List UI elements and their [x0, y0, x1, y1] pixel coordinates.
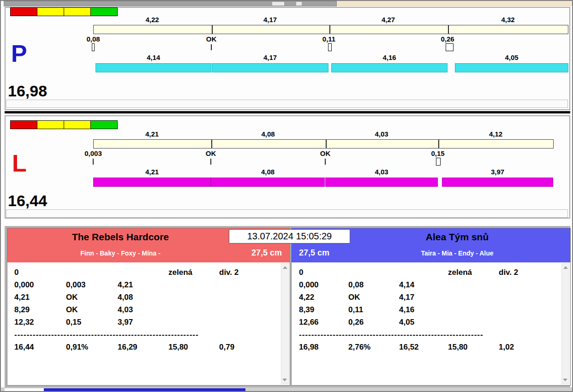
scroll-up-icon[interactable]	[563, 266, 568, 269]
scrollbar-left[interactable]	[281, 263, 289, 384]
scroll-down-icon[interactable]	[563, 379, 567, 381]
cell: 0,000	[299, 280, 348, 293]
background-window-titlebar	[4, 1, 337, 6]
l-crossing-mark	[436, 158, 441, 166]
cell-empty	[448, 280, 499, 293]
cell: zelená	[168, 268, 219, 280]
p-status-strip	[6, 100, 568, 108]
cell: OK	[66, 305, 118, 318]
l-dog-split-label: 4,03	[325, 168, 438, 176]
start-light-yellow1-icon	[37, 120, 64, 129]
p-dog-bar-segment	[212, 63, 328, 72]
p-dog-bar-segment	[331, 63, 448, 72]
p-judge-split-label: 4,32	[448, 16, 568, 24]
cell-empty	[348, 268, 399, 280]
lane-letter-l: L	[12, 152, 27, 175]
p-crossing-label: 0,08	[71, 35, 115, 43]
team-name-left: The Rebels Hardcore	[7, 232, 233, 243]
l-judge-split-label: 4,21	[93, 130, 211, 138]
cell-empty	[499, 305, 554, 318]
cell-empty	[499, 318, 554, 330]
cell-empty	[66, 268, 118, 280]
cell: 0,15	[66, 318, 118, 330]
p-crossing-mark	[211, 44, 212, 50]
cell-empty	[168, 305, 219, 318]
cell: 0,08	[348, 280, 399, 293]
start-light-red-icon	[10, 7, 37, 16]
cell: 8,39	[299, 305, 348, 318]
p-judge-split-label: 4,17	[211, 16, 329, 24]
bar-tick	[211, 140, 212, 148]
cell: 4,22	[299, 293, 348, 305]
cell: 4,08	[118, 293, 168, 305]
cell-empty	[219, 305, 275, 318]
cell: 0,11	[348, 305, 399, 318]
cell: div. 2	[499, 268, 554, 280]
background-window-notch	[296, 2, 302, 6]
p-crossing-label: OK	[189, 35, 233, 43]
cell-empty	[219, 280, 275, 293]
cell: zelená	[448, 268, 499, 280]
cell-empty	[399, 268, 448, 280]
l-dog-bar-segment	[211, 178, 325, 187]
app-window: 4,22 4,17 4,27 4,32 0,08 OK 0,11 0,26 4,…	[0, 0, 573, 392]
cell: 0,26	[348, 318, 399, 330]
l-dog-bar-segment	[442, 178, 553, 187]
lane-total-p: 16,98	[8, 82, 47, 100]
l-judge-time-bar	[93, 139, 554, 148]
p-crossing-label: 0,11	[307, 35, 351, 43]
cell: 4,03	[118, 305, 168, 318]
background-window-notch	[272, 2, 284, 6]
p-judge-split-label: 4,22	[93, 16, 211, 24]
l-judge-split-label: 4,12	[438, 130, 554, 138]
start-lights-p	[10, 7, 118, 16]
team-name-right: Alea Tým snů	[343, 232, 571, 243]
p-judge-time-bar	[93, 25, 568, 34]
p-crossing-mark	[446, 43, 454, 51]
team-dogs-right: Taira - Mia - Endy - Alue	[343, 249, 571, 257]
scroll-down-icon[interactable]	[282, 379, 287, 381]
l-judge-split-label: 4,08	[211, 130, 325, 138]
team-panel-left: The Rebels Hardcore Finn - Baky - Foxy -…	[7, 228, 290, 386]
jump-height-right: 27,5 cm	[299, 248, 329, 258]
start-light-yellow2-icon	[64, 120, 91, 129]
cell-empty	[168, 280, 219, 293]
bar-tick	[326, 140, 327, 148]
results-table-left: 0 zelená div. 2 0,000 0,003 4,21 4,21 OK…	[14, 268, 275, 355]
cell: 1,02	[499, 343, 554, 355]
race-datetime: 13.07.2024 15:05:29	[229, 229, 350, 244]
l-crossing-mark	[325, 159, 326, 165]
team-panel-right: Alea Tým snů Taira - Mia - Endy - Alue 2…	[291, 228, 571, 386]
cell: 16,52	[399, 343, 448, 355]
cell: 16,98	[299, 343, 348, 355]
cell-empty	[448, 318, 499, 330]
cell: 4,14	[399, 280, 448, 293]
p-dog-split-label: 4,16	[331, 53, 448, 61]
start-lights-l	[10, 120, 118, 129]
scrollbar-right[interactable]	[561, 263, 569, 384]
desktop-area	[337, 1, 572, 6]
cell: 2,76%	[348, 343, 399, 355]
cell: 4,16	[399, 305, 448, 318]
start-light-yellow1-icon	[37, 7, 64, 16]
p-crossing-label: 0,26	[425, 35, 470, 43]
scroll-up-icon[interactable]	[283, 266, 287, 269]
l-dog-split-label: 3,97	[442, 168, 553, 176]
l-crossing-label: 0,15	[416, 149, 460, 157]
p-judge-split-label: 4,27	[329, 16, 448, 24]
cell: 12,66	[299, 318, 348, 330]
cell: 4,05	[399, 318, 448, 330]
cell: 16,29	[118, 343, 168, 355]
lane-letter-p: P	[11, 42, 27, 65]
l-dog-bar-segment	[93, 178, 211, 187]
cell-empty	[219, 293, 275, 305]
start-light-yellow2-icon	[64, 7, 91, 16]
cell-empty	[168, 293, 219, 305]
l-crossing-label: OK	[189, 149, 233, 157]
cell: 15,80	[168, 343, 219, 355]
table-separator: ----------------------------------------…	[14, 330, 209, 343]
cell: 0	[299, 268, 348, 280]
cell-empty	[448, 305, 499, 318]
cell-empty	[448, 293, 499, 305]
team-dogs-left: Finn - Baky - Foxy - Mína -	[7, 249, 233, 257]
